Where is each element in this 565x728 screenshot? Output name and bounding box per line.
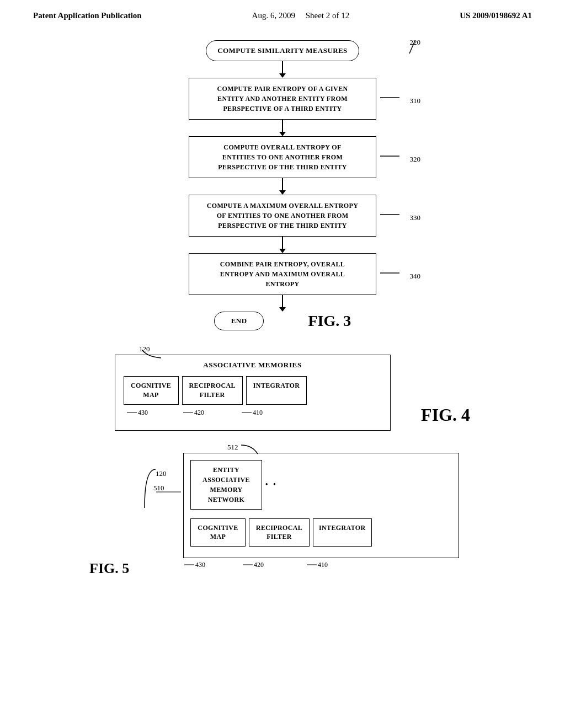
fig3-section: 220 COMPUTE SIMILARITY MEASURES [122,38,443,330]
fig4-reciprocal-filter-box: RECIPROCALFILTER [182,376,243,405]
fig5-ref-410: 410 [306,560,361,571]
fig3-label: FIG. 3 [308,312,351,330]
fig4-title: ASSOCIATIVE MEMORIES [124,361,382,370]
step-340-box: COMBINE PAIR ENTROPY, OVERALLENTROPY AND… [189,253,376,295]
ref-510-line [156,488,189,499]
ref-310: 310 [380,92,420,105]
fig4-cognitive-map-box: COGNITIVEMAP [124,376,179,405]
fig4-inner-row: COGNITIVEMAP RECIPROCALFILTER INTEGRATOR [124,376,382,405]
fig5-ref-430: 430 [183,560,238,571]
fig5-reciprocal-filter-label: RECIPROCALFILTER [256,524,302,541]
step-320-box: COMPUTE OVERALL ENTROPY OFENTITIES TO ON… [189,136,376,178]
ref-410-line: 410 [241,408,268,417]
fig4-content-row: ASSOCIATIVE MEMORIES COGNITIVEMAP RECIPR… [95,355,470,431]
fig5-sub-refs: 430 420 410 [183,560,459,571]
end-label: END [231,317,247,325]
fig5-ref-410-line: 410 [306,560,336,569]
step-310-box: COMPUTE PAIR ENTROPY OF A GIVENENTITY AN… [189,78,376,120]
step-340-text: COMBINE PAIR ENTROPY, OVERALLENTROPY AND… [220,260,345,288]
fig4-integrator-label: INTEGRATOR [253,382,300,389]
step-340-wrapper: COMBINE PAIR ENTROPY, OVERALLENTROPY AND… [189,253,376,295]
fig5-section: FIG. 5 120 512 510 [84,453,481,572]
fig5-ref-420: 420 [242,560,302,571]
fig4-outer-box: ASSOCIATIVE MEMORIES COGNITIVEMAP RECIPR… [115,355,391,431]
ref-320: 320 [380,151,420,164]
page-header: Patent Application Publication Aug. 6, 2… [0,0,565,27]
ref-420-line: 420 [182,408,210,417]
header-publication: Patent Application Publication [33,10,142,22]
fig5-cognitive-map-box: COGNITIVEMAP [190,518,246,547]
entity-box: ENTITYASSOCIATIVEMEMORYNETWORK [190,460,262,510]
fig4-section: 120 ASSOCIATIVE MEMORIES COGNITIVEMAP RE… [95,352,470,431]
fig5-label: FIG. 5 [89,560,129,577]
fig5-ref-430-line: 430 [183,560,214,569]
fig5-reciprocal-filter-box: RECIPROCALFILTER [249,518,310,547]
svg-line-0 [409,41,415,53]
fig4-sub-refs-row: 430 420 410 [124,408,382,419]
step-310-wrapper: COMPUTE PAIR ENTROPY OF A GIVENENTITY AN… [189,78,376,120]
arrow-2 [279,120,286,136]
ref-320-arrow [380,151,408,162]
fig5-integrator-box: INTEGRATOR [313,518,372,547]
ref-120-fig4-line [131,347,197,361]
header-date-sheet: Aug. 6, 2009 Sheet 2 of 12 [252,10,350,22]
ref-330-arrow [380,209,408,220]
sheet-number: Sheet 2 of 12 [306,11,350,20]
ref-430: 430 [124,408,179,419]
ref-220-line [376,38,431,55]
page-content: 220 COMPUTE SIMILARITY MEASURES [0,27,565,582]
ref-410: 410 [241,408,296,419]
ref-430-line: 430 [126,408,153,417]
step-330-wrapper: COMPUTE A MAXIMUM OVERALL ENTROPYOF ENTI… [189,195,376,237]
fig4-cognitive-map-label: COGNITIVEMAP [131,382,171,399]
entity-box-wrapper: ENTITYASSOCIATIVEMEMORYNETWORK • • [190,460,262,510]
fig4-reciprocal-filter-label: RECIPROCALFILTER [189,382,236,399]
svg-text:410: 410 [318,561,328,569]
dots-indicator: • • [265,480,278,489]
fig5-integrator-label: INTEGRATOR [319,524,366,532]
fig5-ref-420-line: 420 [242,560,272,569]
fig4-integrator-box: INTEGRATOR [246,376,307,405]
step-330-box: COMPUTE A MAXIMUM OVERALL ENTROPYOF ENTI… [189,195,376,237]
step-320-wrapper: COMPUTE OVERALL ENTROPY OFENTITIES TO ON… [189,136,376,178]
ref-310-arrow [380,92,408,103]
arrow-1 [279,61,286,78]
step-320-text: COMPUTE OVERALL ENTROPY OFENTITIES TO ON… [218,143,347,171]
arrow-5 [279,295,286,312]
entity-box-label: ENTITYASSOCIATIVEMEMORYNETWORK [202,466,250,504]
arrow-4 [279,237,286,253]
start-label: COMPUTE SIMILARITY MEASURES [217,46,347,55]
ref-330: 330 [380,209,420,222]
fig5-main-area: 512 510 ENTITYASSOCIATIVEMEMORYNETWORK • [183,453,459,572]
flowchart-fig3: COMPUTE SIMILARITY MEASURES COMPUTE PAIR… [122,40,443,330]
header-patent-number: US 2009/0198692 A1 [460,10,532,22]
svg-text:430: 430 [195,561,205,569]
fig5-cognitive-map-label: COGNITIVEMAP [198,524,238,541]
arrow-3 [279,178,286,195]
ref-340: 340 [380,267,420,281]
fig4-label: FIG. 4 [421,405,470,425]
svg-text:420: 420 [254,561,264,569]
ref-340-arrow [380,267,408,279]
svg-text:410: 410 [253,409,263,416]
fig5-outer-box: 510 ENTITYASSOCIATIVEMEMORYNETWORK • • C… [183,453,459,559]
ref-420: 420 [182,408,237,419]
step-330-text: COMPUTE A MAXIMUM OVERALL ENTROPYOF ENTI… [207,202,359,229]
publication-title: Patent Application Publication [33,11,142,20]
step-310-text: COMPUTE PAIR ENTROPY OF A GIVENENTITY AN… [217,85,348,113]
step-start: COMPUTE SIMILARITY MEASURES [206,40,359,61]
svg-text:430: 430 [138,409,148,416]
publication-date: Aug. 6, 2009 [252,11,295,20]
fig5-inner-boxes-row: COGNITIVEMAP RECIPROCALFILTER INTEGRATOR [190,518,452,547]
svg-text:420: 420 [194,409,204,416]
start-box: COMPUTE SIMILARITY MEASURES [206,40,359,61]
end-box: END [214,312,264,330]
end-row: END FIG. 3 [214,312,351,330]
patent-number: US 2009/0198692 A1 [460,11,532,20]
